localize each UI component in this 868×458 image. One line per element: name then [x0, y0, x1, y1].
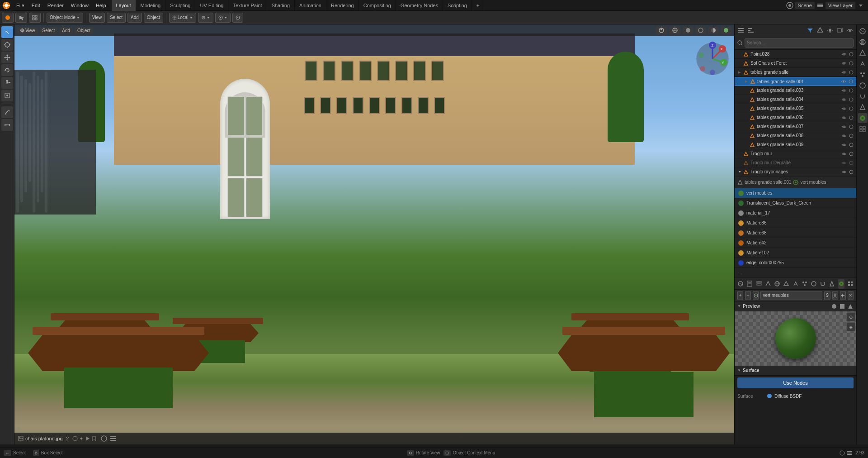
outliner-item[interactable]: Troglo mur: [735, 149, 856, 158]
tab-layout[interactable]: Layout: [112, 0, 136, 11]
item-visibility-icon[interactable]: [841, 151, 847, 157]
outliner-item[interactable]: Sol Chais et Foret: [735, 59, 856, 68]
preview-flat-icon[interactable]: [839, 303, 845, 310]
tab-sculpting[interactable]: Sculpting: [165, 0, 195, 11]
material-remove-slot-btn[interactable]: −: [745, 291, 751, 300]
material-browse-btn[interactable]: [753, 291, 759, 300]
pivot-btn[interactable]: [198, 13, 213, 23]
item-render-icon[interactable]: [848, 133, 854, 139]
tool-move[interactable]: [1, 52, 13, 63]
proportional-btn[interactable]: [232, 13, 243, 23]
snap-btn[interactable]: [215, 13, 231, 23]
preview-icon-1[interactable]: ⊙: [846, 312, 855, 321]
item-visibility-icon[interactable]: [841, 124, 847, 130]
menu-edit[interactable]: Edit: [28, 0, 44, 11]
item-visibility-icon[interactable]: [841, 96, 847, 103]
tab-modeling[interactable]: Modeling: [136, 0, 166, 11]
outliner-item[interactable]: tables grande salle.003: [735, 86, 856, 95]
prop-tab-data[interactable]: [829, 279, 835, 289]
prop-icon-particles[interactable]: [858, 70, 868, 80]
shading-render-btn[interactable]: [721, 27, 731, 34]
coord-system-btn[interactable]: Local: [169, 13, 196, 23]
select-tool-btn[interactable]: [15, 13, 27, 23]
prop-icon-physics[interactable]: [858, 81, 868, 91]
tab-compositing[interactable]: Compositing: [359, 0, 396, 11]
item-visibility-icon[interactable]: [841, 60, 847, 67]
tool-cursor[interactable]: [1, 39, 13, 51]
prop-tab-world[interactable]: [774, 279, 780, 289]
tool-transform[interactable]: [1, 90, 13, 101]
surface-section-header[interactable]: ▼ Surface: [735, 366, 856, 376]
object-mode-btn[interactable]: Object Mode: [47, 13, 83, 23]
tab-shading[interactable]: Shading: [267, 0, 295, 11]
filter-vis-icon[interactable]: [845, 26, 854, 35]
tab-geometry-nodes[interactable]: Geometry Nodes: [396, 0, 443, 11]
item-visibility-icon[interactable]: [841, 87, 847, 94]
filter-cam-icon[interactable]: [835, 26, 844, 35]
vp-object-btn[interactable]: Object: [75, 27, 93, 34]
outliner-item[interactable]: ▼Troglo rayonnages: [735, 167, 856, 177]
outliner-sort[interactable]: [746, 26, 755, 35]
item-render-icon[interactable]: [848, 87, 854, 94]
prop-tab-render[interactable]: [737, 279, 744, 289]
outliner-item[interactable]: ▶tables grande salle.001: [735, 77, 856, 86]
item-visibility-icon[interactable]: [841, 105, 847, 112]
preview-icon-2[interactable]: ◈: [846, 322, 855, 331]
tool-select[interactable]: ↖: [1, 26, 13, 38]
menu-file[interactable]: File: [13, 0, 28, 11]
viewport-display-icon[interactable]: [100, 435, 108, 442]
shading-wire-btn[interactable]: [695, 27, 706, 34]
item-render-icon[interactable]: [848, 78, 854, 85]
item-render-icon[interactable]: [848, 151, 854, 157]
prop-tab-material[interactable]: [838, 279, 844, 289]
tab-add[interactable]: +: [472, 0, 484, 11]
prop-tab-viewlayer[interactable]: [755, 279, 762, 289]
vp-add-btn[interactable]: Add: [59, 27, 73, 34]
outliner-display-mode[interactable]: [736, 26, 745, 35]
prop-tab-constraint[interactable]: [820, 279, 826, 289]
tool-scale[interactable]: [1, 77, 13, 89]
navigation-gizmo[interactable]: X Y Z: [694, 41, 731, 77]
blender-logo[interactable]: [0, 0, 13, 11]
item-render-icon[interactable]: [848, 169, 854, 175]
tab-uv-editing[interactable]: UV Editing: [195, 0, 228, 11]
3d-viewport[interactable]: View Select Add Object: [14, 24, 734, 444]
item-render-icon[interactable]: [848, 142, 854, 148]
item-visibility-icon[interactable]: [841, 142, 847, 148]
tab-texture-paint[interactable]: Texture Paint: [228, 0, 267, 11]
outliner-item[interactable]: Point.028: [735, 50, 856, 59]
material-list-item[interactable]: vert meubles: [735, 188, 856, 198]
prop-icon-data[interactable]: [858, 102, 868, 112]
prop-icon-constraint[interactable]: [858, 91, 868, 101]
outliner-item[interactable]: tables grande salle.006: [735, 113, 856, 122]
filter-mesh-icon[interactable]: [816, 26, 825, 35]
item-visibility-icon[interactable]: [841, 133, 847, 139]
menu-help[interactable]: Help: [92, 0, 110, 11]
item-render-icon[interactable]: [848, 60, 854, 67]
prop-tab-scene[interactable]: [765, 279, 771, 289]
material-list-item[interactable]: material_17: [735, 208, 856, 218]
prop-icon-material[interactable]: [858, 113, 868, 123]
frame-number[interactable]: 2: [66, 436, 69, 441]
tool-measure[interactable]: [1, 119, 13, 131]
item-render-icon[interactable]: [848, 114, 854, 121]
gizmo-btn[interactable]: [669, 26, 681, 34]
item-render-icon[interactable]: [848, 69, 854, 76]
prop-icon-texture[interactable]: [858, 124, 868, 134]
preview-more-icon[interactable]: [847, 303, 854, 310]
filter-all-icon[interactable]: [806, 26, 815, 35]
item-render-icon[interactable]: [848, 51, 854, 57]
prop-tab-output[interactable]: [746, 279, 753, 289]
tab-scripting[interactable]: Scripting: [443, 0, 472, 11]
item-render-icon[interactable]: [848, 124, 854, 130]
preview-section-header[interactable]: ▼ Preview: [735, 301, 856, 311]
item-visibility-icon[interactable]: [841, 69, 847, 76]
shading-material-btn[interactable]: [708, 27, 719, 34]
material-delete-btn[interactable]: ✕: [848, 291, 854, 300]
shading-solid-btn[interactable]: [683, 27, 693, 34]
prop-tab-object[interactable]: [783, 279, 789, 289]
item-visibility-icon[interactable]: [840, 78, 847, 85]
prop-icon-object[interactable]: [858, 48, 868, 58]
filter-light-icon[interactable]: [826, 26, 835, 35]
add-btn[interactable]: Add: [127, 13, 142, 23]
